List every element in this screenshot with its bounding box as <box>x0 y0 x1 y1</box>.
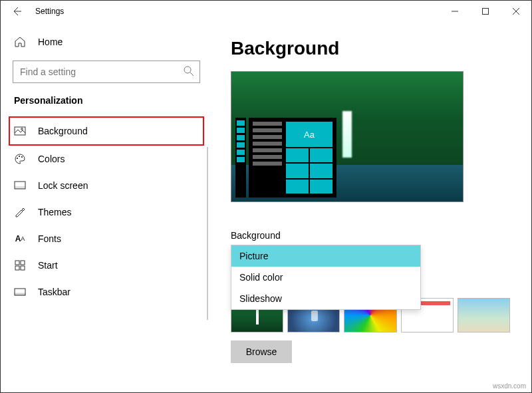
maximize-button[interactable] <box>470 1 501 22</box>
desktop-preview: Aa <box>231 71 464 202</box>
sidebar-item-start[interactable]: Start <box>1 252 212 279</box>
sidebar-item-label: Colors <box>38 154 65 164</box>
titlebar: Settings <box>1 1 531 22</box>
start-icon <box>14 259 26 271</box>
svg-rect-15 <box>15 266 19 270</box>
arrow-left-icon <box>11 6 22 17</box>
sidebar-scrollbar[interactable] <box>207 147 208 320</box>
close-icon <box>513 8 519 15</box>
sidebar-item-background[interactable]: Background <box>9 116 204 146</box>
svg-line-5 <box>190 72 194 76</box>
back-button[interactable] <box>10 1 23 22</box>
sidebar-item-label: Lock screen <box>38 180 88 191</box>
preview-taskbar <box>235 118 246 197</box>
sidebar-item-colors[interactable]: Colors <box>1 146 212 172</box>
sidebar-item-taskbar[interactable]: Taskbar <box>1 279 212 305</box>
search-container <box>13 61 200 83</box>
main-panel: Background Aa Background Picture <box>212 22 531 392</box>
section-title: Personalization <box>1 92 212 116</box>
palette-icon <box>14 153 26 165</box>
sidebar-item-themes[interactable]: Themes <box>1 199 212 225</box>
minimize-icon <box>452 8 458 15</box>
maximize-icon <box>482 8 489 15</box>
svg-point-8 <box>17 158 18 159</box>
preview-sample-tile: Aa <box>286 122 332 147</box>
sidebar-item-lock-screen[interactable]: Lock screen <box>1 172 212 199</box>
themes-icon <box>14 206 26 218</box>
image-thumb[interactable] <box>458 298 510 332</box>
preview-startmenu: Aa <box>249 118 336 197</box>
svg-rect-18 <box>15 293 25 295</box>
window-title: Settings <box>35 7 64 16</box>
background-dropdown-label: Background <box>231 230 513 241</box>
svg-point-4 <box>184 66 191 73</box>
picture-icon <box>14 125 26 137</box>
close-button[interactable] <box>501 1 531 22</box>
page-title: Background <box>231 38 513 59</box>
svg-rect-13 <box>15 261 19 265</box>
svg-rect-12 <box>15 186 25 189</box>
minimize-button[interactable] <box>440 1 470 22</box>
search-icon <box>183 65 195 79</box>
svg-point-9 <box>19 156 20 157</box>
dropdown-option-solid-color[interactable]: Solid color <box>231 267 420 288</box>
sidebar-item-label: Taskbar <box>38 287 70 297</box>
window-controls <box>440 1 531 22</box>
sidebar-item-label: Background <box>38 126 88 136</box>
sidebar-item-label: Themes <box>38 207 72 217</box>
svg-rect-14 <box>21 261 25 265</box>
window-body: Home Personalization Background Colors <box>1 22 531 392</box>
sidebar-item-fonts[interactable]: AA Fonts <box>1 225 212 252</box>
svg-rect-16 <box>21 266 25 270</box>
dropdown-option-picture[interactable]: Picture <box>231 245 420 267</box>
svg-point-10 <box>21 156 23 158</box>
background-dropdown[interactable]: Picture Solid color Slideshow <box>231 245 421 310</box>
watermark: wsxdn.com <box>493 382 526 390</box>
search-input[interactable] <box>13 61 200 83</box>
sidebar-item-label: Fonts <box>38 233 61 244</box>
svg-rect-1 <box>483 9 489 15</box>
lockscreen-icon <box>14 180 26 192</box>
settings-window: Settings Home Perso <box>0 0 532 393</box>
home-icon <box>14 36 26 48</box>
home-label: Home <box>38 37 63 47</box>
preview-ui-mock: Aa <box>235 118 336 197</box>
home-nav[interactable]: Home <box>1 29 212 55</box>
browse-button[interactable]: Browse <box>231 340 292 363</box>
svg-point-7 <box>21 128 23 130</box>
dropdown-option-slideshow[interactable]: Slideshow <box>231 288 420 309</box>
taskbar-icon <box>14 286 26 298</box>
fonts-icon: AA <box>14 233 26 245</box>
sidebar: Home Personalization Background Colors <box>1 22 212 392</box>
sidebar-item-label: Start <box>38 260 58 271</box>
